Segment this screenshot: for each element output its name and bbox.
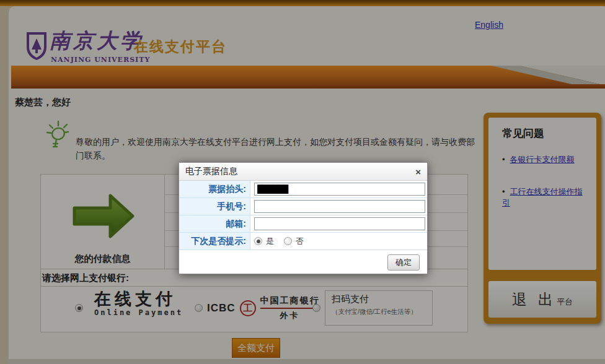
modal-row-prompt-next-time: 下次是否提示: 是 否: [179, 233, 427, 250]
modal-row-phone: 手机号:: [179, 198, 427, 215]
modal-footer: 确定: [179, 250, 427, 274]
phone-label: 手机号:: [179, 198, 250, 215]
prompt-yes-label: 是: [266, 236, 274, 247]
modal-row-invoice-title: 票据抬头:: [179, 181, 427, 198]
prompt-next-time-label: 下次是否提示:: [179, 233, 250, 249]
prompt-no-radio[interactable]: [284, 237, 292, 245]
confirm-button[interactable]: 确定: [387, 254, 420, 271]
phone-input[interactable]: [254, 200, 425, 213]
modal-titlebar: 电子票据信息 ×: [179, 163, 427, 181]
modal-title: 电子票据信息: [185, 166, 415, 177]
invoice-title-input[interactable]: [254, 183, 425, 196]
close-icon[interactable]: ×: [415, 167, 421, 176]
einvoice-modal: 电子票据信息 × 票据抬头: 手机号: 邮箱: 下次是否提示: 是 否 确定: [179, 162, 428, 274]
prompt-no-label: 否: [296, 236, 304, 247]
invoice-title-label: 票据抬头:: [179, 181, 250, 197]
prompt-yes-radio[interactable]: [254, 237, 262, 245]
email-label: 邮箱:: [179, 215, 250, 232]
email-input[interactable]: [254, 217, 425, 230]
modal-row-email: 邮箱:: [179, 215, 427, 233]
